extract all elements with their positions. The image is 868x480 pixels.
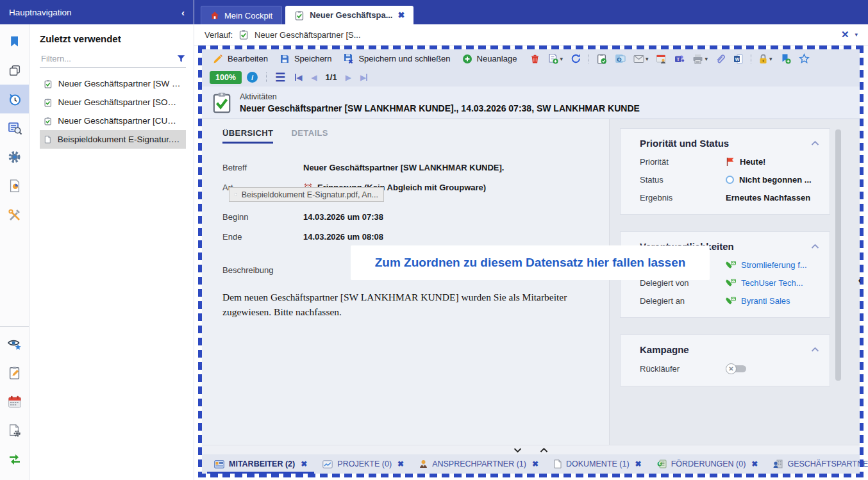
employee-card-icon [214,460,224,468]
recent-item[interactable]: Neuer Geschäftspartner [SW LANK... [40,74,186,93]
trash-icon [530,54,540,64]
add-bookmark-button[interactable] [776,49,795,68]
tab-dokumente[interactable]: DOKUMENTE (1) ✖ [547,454,649,474]
rail-document-settings-button[interactable] [0,416,29,445]
record-link[interactable]: Byranti Sales [741,296,790,306]
contact-icon [726,279,736,288]
tab-close-icon[interactable]: ✖ [397,10,405,20]
tab-mitarbeiter[interactable]: MITARBEITER (2) ✖ [207,454,314,474]
delete-button[interactable] [526,49,544,68]
first-page-button[interactable]: ◀ [295,73,302,82]
drag-ghost: Beispieldokument E-Signatur.pdf, An... [229,187,384,202]
sidebar-header: Hauptnavigation ‹ [0,0,194,24]
rail-windows-button[interactable] [0,56,29,85]
tab-geschaeftspartner[interactable]: GESCHÄFTSPARTNER (1) ✖ [766,454,868,474]
contact-icon [726,297,736,306]
bookmark-add-icon [780,53,791,64]
rail-sync-button[interactable] [0,445,29,474]
history-item[interactable]: Neuer Geschäftspartner [S... [255,30,360,40]
sidebar-collapse-icon[interactable]: ‹ [181,7,185,18]
rail-history-button[interactable] [0,85,29,113]
favorite-button[interactable] [795,49,814,68]
expand-down-icon[interactable] [513,447,522,453]
recent-item-selected[interactable]: Beispieldokument E-Signatur.pdf, An... [40,130,186,149]
record-link[interactable]: TechUser Tech... [741,278,803,288]
list-search-icon [7,120,22,136]
filter-funnel-icon[interactable] [176,54,186,63]
record-link[interactable]: Stromlieferung f... [741,260,807,270]
collapse-chevron-icon[interactable] [811,140,819,146]
teams-button[interactable]: T [671,49,689,68]
calendar-icon [7,394,22,410]
rail-tools-button[interactable] [0,200,29,229]
refresh-button[interactable] [567,49,585,68]
edit-button[interactable]: Bearbeiten [207,49,274,68]
delegated-to-row: Delegiert an Byranti Sales [640,296,819,306]
info-icon[interactable]: i [247,72,258,83]
word-button[interactable]: W [730,49,747,68]
paperclip-icon [715,54,726,64]
tab-close-icon[interactable]: ✖ [751,459,758,468]
rail-reports-button[interactable] [0,171,29,200]
email-dropdown-icon[interactable]: ▾ [646,56,649,62]
tab-ansprechpartner[interactable]: ANSPRECHPARTNER (1) ✖ [412,454,546,474]
tab-close-icon[interactable]: ✖ [635,459,642,468]
save-button[interactable]: Speichern [274,49,338,68]
rail-watch-button[interactable] [0,329,29,358]
rail-tasks-button[interactable] [0,358,29,387]
last-page-button[interactable]: ▶ [360,73,367,82]
rail-automation-button[interactable] [0,142,29,171]
record-title: Neuer Geschäftspartner [SW LANKHMAR KUND… [240,103,640,113]
recent-item[interactable]: Neuer Geschäftspartner [CURSOR E... [40,112,186,130]
attachment-button[interactable] [712,49,730,68]
history-icon [7,92,22,107]
recent-item[interactable]: Neuer Geschäftspartner [SOMENTE... [40,93,186,112]
tab-foerderungen[interactable]: € FÖRDERUNGEN (0) ✖ [650,454,765,474]
prev-page-button[interactable]: ◀ [311,73,317,82]
expand-up-icon[interactable] [540,447,548,453]
tab-close-icon[interactable]: ✖ [397,459,404,468]
tab-details[interactable]: DETAILS [291,128,328,144]
zoom-badge[interactable]: 100% [210,71,242,84]
copy-new-button[interactable]: ▾ [544,49,567,68]
history-close-icon[interactable]: ✕ [841,29,849,40]
permissions-button[interactable]: ▾ [755,49,776,68]
collapse-chevron-icon[interactable] [811,347,819,352]
next-page-button[interactable]: ▶ [346,73,351,82]
svg-text:W: W [735,56,740,61]
tab-close-icon[interactable]: ✖ [301,459,307,468]
copy-new-dropdown-icon[interactable]: ▾ [560,56,563,62]
tab-projekte[interactable]: PROJEKTE (0) ✖ [315,454,411,474]
menu-icon[interactable]: ☰ [275,70,285,85]
sidebar: Hauptnavigation ‹ [0,0,194,480]
business-partner-icon [773,459,783,468]
rail-search-lists-button[interactable] [0,113,29,142]
rail-calendar-button[interactable] [0,387,29,416]
print-dropdown-icon[interactable]: ▾ [705,56,708,62]
tab-uebersicht[interactable]: ÜBERSICHT [222,128,273,144]
filter-input[interactable] [40,53,176,64]
document-gear-icon [8,424,22,438]
envelope-icon [633,54,644,63]
appointment-button[interactable] [652,49,671,68]
outlook-button[interactable]: O [611,49,630,68]
rail-bookmarks-button[interactable] [0,27,29,56]
ruecklaeufer-toggle[interactable]: ✕ [726,363,746,374]
tab-mein-cockpit[interactable]: Mein Cockpit [201,6,282,24]
collapse-chevron-icon[interactable] [811,244,819,249]
complete-activity-button[interactable] [592,49,611,68]
tab-record[interactable]: Neuer Geschäftspa... ✖ [285,6,413,24]
right-collapse-handle[interactable]: ‹ [855,272,864,288]
new-record-button[interactable]: Neuanlage [456,49,523,68]
refresh-icon [571,53,581,64]
email-button[interactable]: ▾ [630,49,653,68]
permissions-dropdown-icon[interactable]: ▾ [769,56,772,62]
main-area: Mein Cockpit Neuer Geschäftspa... ✖ Verl… [194,0,868,480]
gear-play-icon [7,149,22,165]
drop-border-bottom [198,474,864,477]
save-close-button[interactable]: Speichern und schließen [337,49,456,68]
tab-close-icon[interactable]: ✖ [532,459,538,468]
print-button[interactable]: ▾ [689,49,712,68]
dossier-scrollbar[interactable] [835,129,841,381]
history-dropdown-icon[interactable]: ▾ [855,31,858,38]
